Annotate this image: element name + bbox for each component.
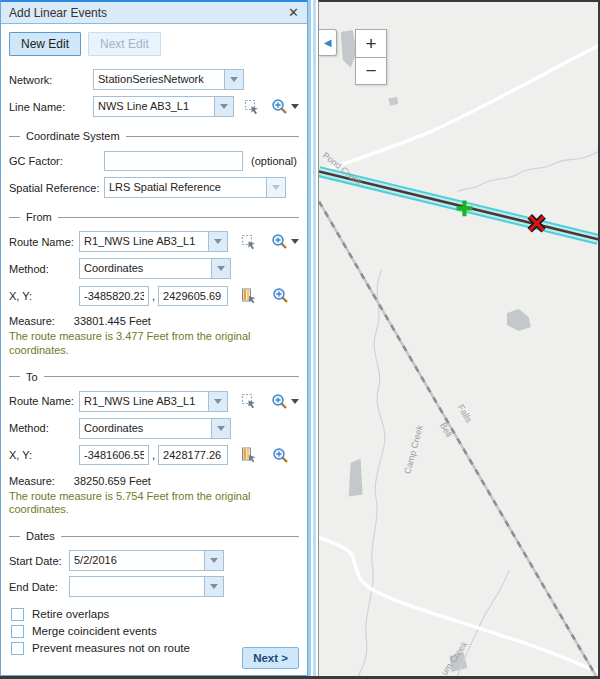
to-measure-label: Measure: (9, 475, 55, 487)
comma-separator: , (152, 290, 155, 302)
falls-label: Falls (456, 403, 474, 425)
chevron-down-icon[interactable] (208, 232, 227, 251)
to-method-label: Method: (9, 422, 79, 434)
from-legend: From (26, 211, 52, 223)
from-measure-label: Measure: (9, 315, 55, 327)
chevron-down-icon[interactable] (211, 419, 230, 438)
prevent-measures-label: Prevent measures not on route (32, 642, 190, 654)
add-linear-events-panel: Add Linear Events ✕ New Edit Next Edit N… (0, 0, 308, 676)
from-route-name-value: R1_NWS Line AB3_L1 (80, 232, 208, 251)
map-zoom-control: + − (355, 29, 387, 85)
line-name-value: NWS Line AB3_L1 (94, 97, 214, 116)
retire-overlaps-checkbox[interactable] (11, 608, 24, 621)
coordinate-system-legend: Coordinate System (26, 130, 120, 142)
spatial-reference-dropdown[interactable]: LRS Spatial Reference (104, 177, 286, 198)
to-legend: To (26, 371, 38, 383)
retire-overlaps-label: Retire overlaps (32, 608, 109, 620)
chevron-down-icon[interactable] (224, 70, 243, 89)
zoom-to-icon[interactable] (271, 446, 289, 464)
railroad-line (319, 201, 596, 676)
to-route-name-label: Route Name: (9, 395, 79, 407)
pick-coordinates-icon[interactable] (240, 446, 258, 464)
to-measure-value: 38250.659 Feet (74, 475, 151, 487)
map-graphics: Pond Creek Falls Bell Camp Creek um Cree… (319, 2, 598, 676)
start-date-dropdown[interactable]: 5/2/2016 (69, 550, 224, 571)
from-x-input[interactable] (79, 286, 149, 306)
dates-legend: Dates (26, 530, 55, 542)
spatial-reference-label: Spatial Reference: (9, 182, 104, 194)
to-y-input[interactable] (158, 445, 228, 465)
chevron-down-icon (266, 178, 285, 197)
chevron-down-icon[interactable] (208, 392, 227, 411)
panel-content: New Edit Next Edit Network: StationSerie… (1, 24, 307, 675)
end-date-dropdown[interactable] (69, 576, 224, 597)
zoom-to-icon[interactable] (270, 98, 288, 116)
gc-factor-label: GC Factor: (9, 155, 104, 167)
from-separator: From (9, 210, 299, 224)
network-dropdown[interactable]: StationSeriesNetwork (93, 69, 244, 90)
bell-label: Bell (438, 421, 454, 439)
line-name-dropdown[interactable]: NWS Line AB3_L1 (93, 96, 234, 117)
application-window: Add Linear Events ✕ New Edit Next Edit N… (0, 0, 600, 679)
select-on-map-icon[interactable] (240, 392, 258, 410)
zoom-to-icon[interactable] (270, 233, 288, 251)
network-label: Network: (9, 74, 93, 86)
gc-factor-input[interactable] (104, 151, 243, 171)
chevron-down-icon[interactable] (291, 104, 299, 109)
map-labels: Pond Creek Falls Bell Camp Creek um Cree… (321, 150, 474, 676)
chevron-down-icon[interactable] (204, 551, 223, 570)
camp-creek-label: Camp Creek (402, 423, 425, 475)
line-name-label: Line Name: (9, 101, 93, 113)
from-measure-note: The route measure is 3.477 Feet from the… (9, 330, 301, 358)
dates-separator: Dates (9, 529, 299, 543)
merge-coincident-events-checkbox[interactable] (11, 625, 24, 638)
pick-coordinates-icon[interactable] (240, 287, 258, 305)
zoom-to-icon[interactable] (270, 392, 288, 410)
optional-hint: (optional) (251, 155, 297, 167)
from-y-input[interactable] (158, 286, 228, 306)
start-date-value: 5/2/2016 (70, 551, 204, 570)
to-x-input[interactable] (79, 445, 149, 465)
chevron-down-icon[interactable] (291, 399, 299, 404)
network-value: StationSeriesNetwork (94, 70, 224, 89)
chevron-down-icon[interactable] (214, 97, 233, 116)
spatial-reference-value: LRS Spatial Reference (105, 178, 266, 197)
to-route-name-dropdown[interactable]: R1_NWS Line AB3_L1 (79, 391, 228, 412)
from-xy-label: X, Y: (9, 290, 79, 302)
from-method-dropdown[interactable]: Coordinates (79, 258, 231, 279)
new-edit-button[interactable]: New Edit (9, 32, 81, 56)
to-measure-note: The route measure is 5.754 Feet from the… (9, 490, 301, 518)
map-land-polygons (341, 30, 531, 672)
comma-separator: , (152, 449, 155, 461)
from-route-name-dropdown[interactable]: R1_NWS Line AB3_L1 (79, 231, 228, 252)
panel-splitter[interactable] (308, 0, 318, 676)
map-canvas[interactable]: Pond Creek Falls Bell Camp Creek um Cree… (318, 0, 600, 676)
end-date-value (70, 577, 204, 596)
chevron-down-icon[interactable] (204, 577, 223, 596)
from-method-label: Method: (9, 263, 79, 275)
from-method-value: Coordinates (80, 259, 211, 278)
to-route-name-value: R1_NWS Line AB3_L1 (80, 392, 208, 411)
prevent-measures-checkbox[interactable] (11, 642, 24, 655)
zoom-to-icon[interactable] (271, 287, 289, 305)
end-date-label: End Date: (9, 581, 69, 593)
collapse-panel-button[interactable]: ◀ (319, 29, 337, 56)
to-xy-label: X, Y: (9, 449, 79, 461)
merge-coincident-events-label: Merge coincident events (32, 625, 157, 637)
close-icon[interactable]: ✕ (288, 6, 299, 19)
panel-title: Add Linear Events (9, 6, 107, 20)
to-method-dropdown[interactable]: Coordinates (79, 418, 231, 439)
from-route-name-label: Route Name: (9, 236, 79, 248)
next-edit-button[interactable]: Next Edit (88, 32, 161, 56)
zoom-in-button[interactable]: + (356, 30, 386, 57)
select-on-map-icon[interactable] (240, 233, 258, 251)
next-button[interactable]: Next > (242, 647, 299, 669)
collapse-panel-icon: ◀ (324, 38, 332, 48)
from-measure-value: 33801.445 Feet (74, 315, 151, 327)
select-on-map-icon[interactable] (243, 98, 261, 116)
chevron-down-icon[interactable] (211, 259, 230, 278)
zoom-out-button[interactable]: − (356, 57, 386, 84)
coordinate-system-separator: Coordinate System (9, 129, 299, 143)
chevron-down-icon[interactable] (291, 239, 299, 244)
to-method-value: Coordinates (80, 419, 211, 438)
